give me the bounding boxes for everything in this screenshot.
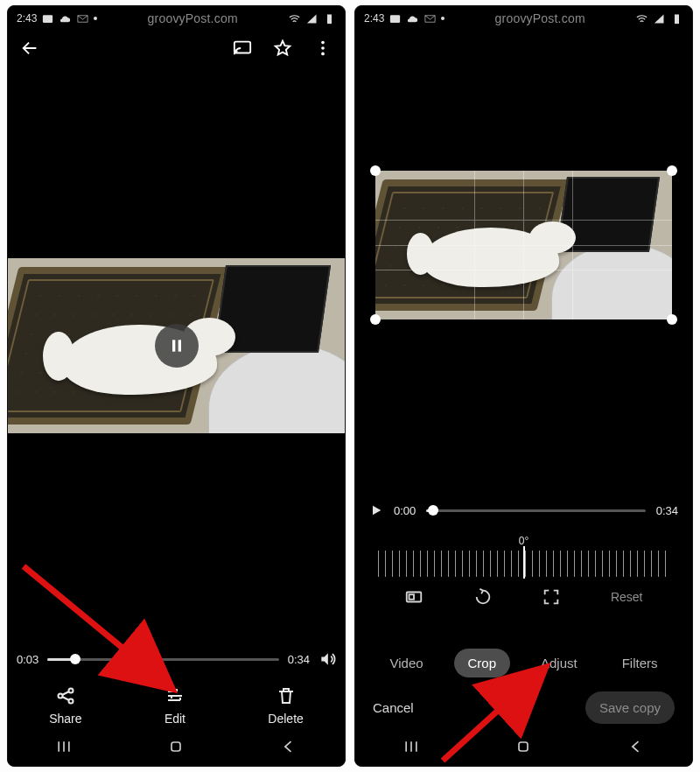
star-icon[interactable]: [273, 39, 292, 58]
crop-tools: Reset: [355, 587, 692, 607]
save-copy-button[interactable]: Save copy: [585, 691, 675, 724]
svg-rect-0: [43, 15, 52, 23]
edit-icon: [164, 685, 186, 706]
svg-rect-13: [675, 14, 679, 24]
svg-rect-11: [172, 742, 180, 751]
tab-filters[interactable]: Filters: [608, 649, 672, 677]
home-icon[interactable]: [167, 738, 185, 755]
time-duration: 0:34: [656, 504, 678, 517]
svg-rect-12: [390, 15, 400, 23]
wifi-icon: [288, 12, 301, 25]
signal-icon: [305, 12, 318, 25]
android-navbar: [8, 733, 345, 761]
tab-video[interactable]: Video: [375, 649, 437, 677]
cloud-icon: [59, 12, 72, 25]
cast-icon[interactable]: [233, 39, 252, 58]
svg-rect-16: [519, 742, 528, 751]
share-button[interactable]: Share: [49, 685, 81, 726]
back-arrow-icon[interactable]: [20, 39, 39, 58]
pause-button[interactable]: [155, 324, 199, 368]
crop-handle-br[interactable]: [667, 314, 677, 325]
status-time: 2:43: [17, 12, 37, 25]
battery-icon: [670, 12, 683, 25]
tab-crop[interactable]: Crop: [454, 649, 511, 677]
svg-point-4: [321, 46, 325, 50]
gmail-icon: [76, 12, 89, 25]
battery-icon: [323, 12, 336, 25]
action-label: Delete: [268, 712, 303, 726]
action-row: Share Edit Delete: [8, 685, 345, 726]
tab-adjust[interactable]: Adjust: [527, 649, 592, 677]
svg-rect-6: [172, 340, 175, 351]
time-position: 0:03: [17, 653, 38, 666]
crop-frame[interactable]: [375, 171, 672, 319]
share-icon: [55, 685, 76, 706]
cancel-button[interactable]: Cancel: [373, 700, 414, 715]
left-screenshot: 2:43 groovyPost.com: [7, 5, 346, 767]
android-navbar: [355, 733, 692, 761]
time-position: 0:00: [394, 504, 416, 517]
more-icon[interactable]: [313, 39, 332, 58]
svg-rect-7: [178, 340, 180, 351]
crop-handle-tr[interactable]: [667, 165, 677, 176]
svg-point-3: [321, 41, 325, 45]
volume-icon[interactable]: [318, 650, 336, 668]
watermark-text: groovyPost.com: [495, 11, 585, 25]
cloud-icon: [406, 12, 419, 25]
time-duration: 0:34: [288, 653, 310, 666]
back-icon[interactable]: [280, 738, 298, 755]
svg-point-5: [321, 53, 325, 56]
action-label: Edit: [164, 712, 186, 726]
angle-ticks[interactable]: [378, 551, 669, 577]
aspect-ratio-icon[interactable]: [404, 587, 424, 607]
video-scrubber[interactable]: 0:00 0:34: [369, 503, 678, 517]
right-screenshot: 2:43 groovyPost.com: [354, 5, 693, 767]
recent-apps-icon[interactable]: [55, 738, 73, 755]
crop-handle-bl[interactable]: [370, 314, 381, 325]
video-thumbnail: [375, 171, 672, 319]
video-frame[interactable]: [8, 258, 345, 433]
signal-icon: [653, 12, 666, 25]
svg-rect-1: [327, 14, 332, 24]
gmail-icon: [424, 12, 437, 25]
rotation-dial[interactable]: 0°: [355, 535, 692, 577]
back-icon[interactable]: [627, 738, 645, 755]
action-label: Share: [49, 712, 81, 726]
expand-icon[interactable]: [542, 587, 561, 607]
image-icon: [388, 12, 402, 25]
status-time: 2:43: [364, 12, 384, 25]
svg-rect-15: [410, 594, 415, 600]
crop-handle-tl[interactable]: [370, 165, 381, 176]
status-bar: 2:43 groovyPost.com: [355, 6, 692, 31]
reset-button[interactable]: Reset: [611, 590, 643, 604]
rotate-icon[interactable]: [473, 587, 493, 607]
rotation-value: 0°: [519, 535, 528, 547]
play-icon[interactable]: [369, 503, 383, 517]
recent-apps-icon[interactable]: [402, 738, 420, 755]
trash-icon: [276, 685, 297, 706]
edit-button[interactable]: Edit: [164, 685, 186, 726]
image-icon: [41, 12, 54, 25]
editor-tabs: Video Crop Adjust Filters: [355, 649, 692, 677]
editor-footer: Cancel Save copy: [355, 691, 692, 724]
home-icon[interactable]: [514, 738, 532, 755]
wifi-icon: [635, 12, 648, 25]
app-bar: [8, 31, 345, 66]
video-scrubber[interactable]: 0:03 0:34: [17, 650, 336, 668]
watermark-text: groovyPost.com: [148, 11, 238, 25]
status-bar: 2:43 groovyPost.com: [8, 6, 345, 31]
delete-button[interactable]: Delete: [268, 685, 303, 726]
